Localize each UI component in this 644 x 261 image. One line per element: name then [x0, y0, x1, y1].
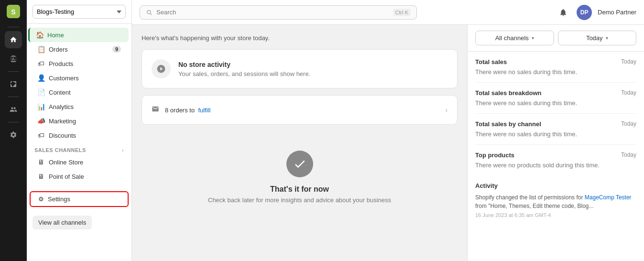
user-name: Demo Partner — [598, 9, 636, 16]
sidebar-item-label-analytics: Analytics — [49, 103, 74, 110]
discounts-icon: 🏷 — [37, 131, 45, 139]
sidebar-item-label-customers: Customers — [49, 75, 79, 82]
stat-value-3: There were no products sold during this … — [475, 162, 636, 169]
orders-text: 8 orders to fulfill — [165, 107, 210, 114]
stat-period-2: Today — [621, 120, 636, 128]
orders-icon: 📋 — [37, 45, 45, 53]
icon-bar-orders[interactable] — [5, 50, 22, 67]
analytics-icon: 📊 — [37, 103, 45, 110]
icon-bar-divider-4 — [8, 122, 19, 122]
icon-bar-analytics[interactable] — [5, 76, 22, 93]
orders-fulfill-link[interactable]: fulfill — [198, 107, 210, 114]
notification-icon[interactable] — [556, 5, 571, 20]
right-panel-header: All channels ▾ Today ▾ — [468, 25, 644, 52]
sidebar-nav: 🏠 Home 📋 Orders 9🏷 Products 👤 Customers … — [27, 24, 131, 261]
sidebar-item-discounts[interactable]: 🏷 Discounts — [30, 128, 129, 142]
activity-time: 16 June 2023 at 6:35 am GMT-4 — [475, 212, 636, 218]
stats-section: Total sales Today There were no sales du… — [468, 52, 644, 175]
user-avatar[interactable]: DP — [577, 5, 592, 20]
content-area: Here's what's happening with your store … — [132, 25, 644, 261]
thats-it-sub: Check back later for more insights and a… — [208, 196, 391, 204]
all-channels-chevron: ▾ — [532, 35, 534, 41]
settings-icon: ⚙ — [38, 196, 44, 203]
stat-title-2: Total sales by channel — [475, 120, 541, 128]
today-button[interactable]: Today ▾ — [558, 31, 637, 45]
all-channels-button[interactable]: All channels ▾ — [475, 31, 554, 45]
icon-bar-divider-3 — [8, 97, 19, 97]
stat-period-3: Today — [621, 152, 636, 159]
stat-item-0: Total sales Today There were no sales du… — [475, 52, 636, 83]
point-of-sale-icon: 🖥 — [37, 173, 45, 180]
sidebar-item-label-products: Products — [49, 60, 73, 67]
all-channels-label: All channels — [495, 34, 529, 42]
sidebar-item-marketing[interactable]: 📣 Marketing — [30, 114, 129, 128]
stat-value-0: There were no sales during this time. — [475, 68, 636, 76]
search-box[interactable]: Ctrl K — [140, 5, 417, 20]
sidebar: Blogs-Testing 🏠 Home 📋 Orders 9🏷 Product… — [27, 0, 132, 261]
home-icon: 🏠 — [36, 31, 44, 39]
badge-orders: 9 — [112, 46, 121, 53]
sidebar-item-analytics[interactable]: 📊 Analytics — [30, 99, 129, 114]
stat-item-1: Total sales breakdown Today There were n… — [475, 83, 636, 114]
no-activity-card: No store activity Your sales, orders, an… — [142, 49, 458, 88]
thats-it-section: That's it for now Check back later for m… — [142, 131, 458, 223]
orders-chevron-icon: › — [445, 106, 448, 114]
icon-bar: S — [0, 0, 27, 261]
orders-card[interactable]: 8 orders to fulfill › — [142, 95, 458, 125]
check-circle-icon — [286, 151, 313, 177]
icon-bar-customers[interactable] — [5, 101, 22, 118]
icon-bar-home[interactable] — [5, 31, 22, 48]
search-icon — [146, 9, 153, 16]
settings-item[interactable]: ⚙ Settings — [30, 191, 129, 207]
sidebar-item-content[interactable]: 📄 Content — [30, 85, 129, 99]
sales-channels-chevron: › — [122, 148, 124, 153]
activity-link[interactable]: MageComp Tester — [585, 194, 632, 201]
stat-title-1: Total sales breakdown — [475, 89, 541, 97]
topbar-right: DP Demo Partner — [556, 5, 636, 20]
right-panel: All channels ▾ Today ▾ Total sales Today… — [467, 25, 644, 261]
shopify-logo-icon[interactable]: S — [6, 4, 21, 19]
sidebar-item-online-store[interactable]: 🖥 Online Store — [30, 155, 129, 169]
stat-item-2: Total sales by channel Today There were … — [475, 114, 636, 145]
sidebar-item-label-orders: Orders — [49, 46, 68, 53]
sales-channels-section-title: Sales channels › — [27, 142, 131, 155]
orders-card-left: 8 orders to fulfill — [152, 105, 210, 115]
sidebar-item-point-of-sale[interactable]: 🖥 Point of Sale — [30, 169, 129, 184]
sidebar-item-label-marketing: Marketing — [49, 118, 76, 125]
view-all-channels-button[interactable]: View all channels — [33, 216, 92, 229]
stat-value-1: There were no sales during this time. — [475, 99, 636, 107]
sidebar-item-orders[interactable]: 📋 Orders 9 — [30, 42, 129, 56]
activity-text: Shopify changed the list of permissions … — [475, 193, 636, 210]
sidebar-item-label-online-store: Online Store — [49, 159, 83, 166]
sidebar-item-products[interactable]: 🏷 Products — [30, 56, 129, 71]
main-area: Ctrl K DP Demo Partner Here's what's hap… — [132, 0, 644, 261]
stat-title-0: Total sales — [475, 58, 507, 65]
marketing-icon: 📣 — [37, 117, 45, 125]
topbar: Ctrl K DP Demo Partner — [132, 0, 644, 25]
settings-label: Settings — [48, 196, 70, 203]
no-activity-icon — [152, 59, 171, 78]
thats-it-title: That's it for now — [270, 185, 329, 194]
icon-bar-divider-2 — [8, 71, 19, 72]
subtitle-text: Here's what's happening with your store … — [142, 34, 458, 42]
svg-text:S: S — [11, 8, 15, 16]
icon-bar-divider-1 — [8, 27, 19, 27]
search-input[interactable] — [156, 9, 389, 16]
stat-item-3: Top products Today There were no product… — [475, 145, 636, 175]
activity-section: Activity Shopify changed the list of per… — [468, 175, 644, 225]
stat-title-3: Top products — [475, 152, 514, 159]
activity-title: Activity — [475, 182, 636, 189]
sidebar-item-label-discounts: Discounts — [49, 132, 76, 139]
no-activity-title: No store activity — [178, 61, 310, 68]
orders-count-text: 8 orders to — [165, 107, 195, 114]
sidebar-item-label-home: Home — [47, 32, 64, 39]
sidebar-item-home[interactable]: 🏠 Home — [28, 28, 129, 42]
store-select-container: Blogs-Testing — [27, 0, 131, 24]
products-icon: 🏷 — [37, 60, 45, 67]
sidebar-item-label-point-of-sale: Point of Sale — [49, 173, 84, 180]
icon-bar-settings[interactable] — [5, 126, 22, 143]
stat-period-1: Today — [621, 89, 636, 97]
sidebar-item-customers[interactable]: 👤 Customers — [30, 71, 129, 85]
today-label: Today — [586, 34, 603, 42]
store-select[interactable]: Blogs-Testing — [33, 5, 126, 19]
